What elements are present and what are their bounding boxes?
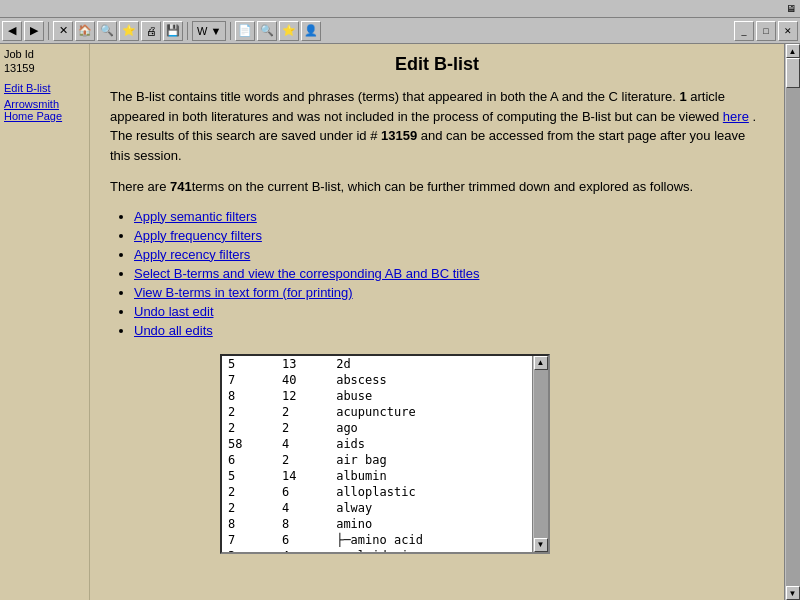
view-bterms-text-link[interactable]: View B-terms in text form (for printing) (134, 285, 353, 300)
col1: 8 (222, 516, 276, 532)
here-link[interactable]: here (723, 109, 749, 124)
col2: 2 (276, 404, 330, 420)
close-window-button[interactable]: ✕ (778, 21, 798, 41)
term: alloplastic (330, 484, 532, 500)
list-item-frequency: Apply frequency filters (134, 228, 764, 243)
scroll-down-button[interactable]: ▼ (786, 586, 800, 600)
list-item-undo-all: Undo all edits (134, 323, 764, 338)
col1: 3 (222, 548, 276, 552)
list-item-undo-last: Undo last edit (134, 304, 764, 319)
col2: 14 (276, 468, 330, 484)
bookmark-button[interactable]: ⭐ (279, 21, 299, 41)
summary-pre: There are (110, 179, 170, 194)
blist-scrollbar: ▲ ▼ (532, 356, 548, 552)
blist-table: 5132d740abscess812abuse22acupuncture22ag… (222, 356, 532, 552)
action-list: Apply semantic filters Apply frequency f… (110, 209, 764, 338)
col2: 2 (276, 452, 330, 468)
search2-button[interactable]: 🔍 (257, 21, 277, 41)
word-dropdown[interactable]: W ▼ (192, 21, 226, 41)
user-button[interactable]: 👤 (301, 21, 321, 41)
term: abuse (330, 388, 532, 404)
intro-paragraph: The B-list contains title words and phra… (110, 87, 764, 165)
table-row: 514albumin (222, 468, 532, 484)
table-row: 740abscess (222, 372, 532, 388)
toolbar-sep-2 (187, 22, 188, 40)
back-button[interactable]: ◀ (2, 21, 22, 41)
col1: 2 (222, 484, 276, 500)
stop-button[interactable]: ✕ (53, 21, 73, 41)
sidebar-arrowsmith-line1: Arrowsmith (4, 98, 59, 110)
search-button[interactable]: 🔍 (97, 21, 117, 41)
term: ago (330, 420, 532, 436)
job-id: 13159 (4, 62, 85, 74)
term: amino (330, 516, 532, 532)
col2: 4 (276, 548, 330, 552)
table-row: 812abuse (222, 388, 532, 404)
undo-all-edits-link[interactable]: Undo all edits (134, 323, 213, 338)
table-row: 584aids (222, 436, 532, 452)
monitor-icon: 🖥 (786, 3, 796, 14)
job-label: Job Id (4, 48, 85, 60)
undo-last-edit-link[interactable]: Undo last edit (134, 304, 214, 319)
blist-scroll-down-button[interactable]: ▼ (534, 538, 548, 552)
content-area: Edit B-list The B-list contains title wo… (90, 44, 784, 600)
sidebar-homepage-line2: Home Page (4, 110, 62, 122)
col2: 6 (276, 484, 330, 500)
col2: 12 (276, 388, 330, 404)
col1: 6 (222, 452, 276, 468)
page-title: Edit B-list (110, 54, 764, 75)
col1: 2 (222, 500, 276, 516)
col2: 40 (276, 372, 330, 388)
sidebar-arrowsmith-link[interactable]: Arrowsmith Home Page (4, 98, 85, 122)
list-item-semantic: Apply semantic filters (134, 209, 764, 224)
print-button[interactable]: 🖨 (141, 21, 161, 41)
home-button[interactable]: 🏠 (75, 21, 95, 41)
save-button[interactable]: 💾 (163, 21, 183, 41)
col2: 13 (276, 356, 330, 372)
col1: 2 (222, 420, 276, 436)
col2: 8 (276, 516, 330, 532)
main-scrollbar: ▲ ▼ (784, 44, 800, 600)
scroll-track[interactable] (786, 58, 800, 586)
term: ├─amino acid (330, 532, 532, 548)
list-item-text-form: View B-terms in text form (for printing) (134, 285, 764, 300)
select-bterms-link[interactable]: Select B-terms and view the correspondin… (134, 266, 479, 281)
scroll-thumb (786, 58, 800, 88)
sidebar: Job Id 13159 Edit B-list Arrowsmith Home… (0, 44, 90, 600)
summary-paragraph: There are 741terms on the current B-list… (110, 177, 764, 197)
apply-semantic-filters-link[interactable]: Apply semantic filters (134, 209, 257, 224)
term: amyloidosis (330, 548, 532, 552)
table-row: 22ago (222, 420, 532, 436)
col1: 5 (222, 468, 276, 484)
favorites-button[interactable]: ⭐ (119, 21, 139, 41)
toolbar-sep-3 (230, 22, 231, 40)
max-button[interactable]: □ (756, 21, 776, 41)
toolbar: ◀ ▶ ✕ 🏠 🔍 ⭐ 🖨 💾 W ▼ 📄 🔍 ⭐ 👤 _ □ ✕ (0, 18, 800, 44)
term: 2d (330, 356, 532, 372)
table-row: 76├─amino acid (222, 532, 532, 548)
blist-scroll-up-button[interactable]: ▲ (534, 356, 548, 370)
min-button[interactable]: _ (734, 21, 754, 41)
table-row: 34amyloidosis (222, 548, 532, 552)
apply-frequency-filters-link[interactable]: Apply frequency filters (134, 228, 262, 243)
col1: 8 (222, 388, 276, 404)
intro-bold-id: 13159 (381, 128, 417, 143)
term: abscess (330, 372, 532, 388)
apply-recency-filters-link[interactable]: Apply recency filters (134, 247, 250, 262)
term: acupuncture (330, 404, 532, 420)
summary-bold-terms: 741 (170, 179, 192, 194)
term: alway (330, 500, 532, 516)
col1: 7 (222, 372, 276, 388)
doc-button[interactable]: 📄 (235, 21, 255, 41)
table-row: 24alway (222, 500, 532, 516)
intro-text-1: The B-list contains title words and phra… (110, 89, 676, 104)
table-row: 26alloplastic (222, 484, 532, 500)
table-row: 62air bag (222, 452, 532, 468)
blist-scroll-track[interactable] (534, 370, 548, 538)
sidebar-edit-blist-link[interactable]: Edit B-list (4, 82, 85, 94)
intro-bold-num: 1 (679, 89, 686, 104)
scroll-up-button[interactable]: ▲ (786, 44, 800, 58)
toolbar-sep-1 (48, 22, 49, 40)
forward-button[interactable]: ▶ (24, 21, 44, 41)
blist-table-wrap: 5132d740abscess812abuse22acupuncture22ag… (222, 356, 532, 552)
